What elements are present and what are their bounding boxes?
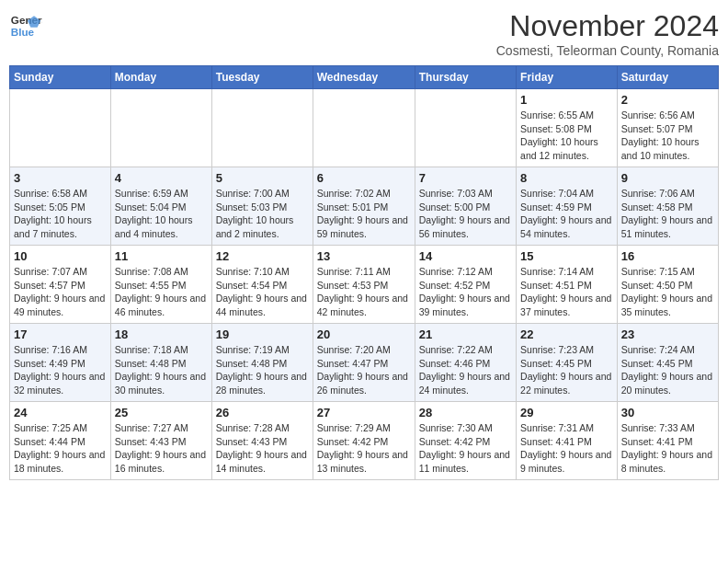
day-number: 6 [317, 171, 411, 185]
calendar-cell: 4Sunrise: 6:59 AM Sunset: 5:04 PM Daylig… [110, 167, 211, 246]
calendar-cell: 6Sunrise: 7:02 AM Sunset: 5:01 PM Daylig… [313, 167, 415, 246]
day-info: Sunrise: 7:28 AM Sunset: 4:43 PM Dayligh… [216, 421, 309, 476]
day-number: 2 [621, 93, 714, 107]
day-number: 5 [216, 171, 309, 185]
logo-icon: General Blue [9, 9, 42, 42]
day-info: Sunrise: 7:22 AM Sunset: 4:46 PM Dayligh… [419, 343, 512, 397]
day-info: Sunrise: 7:08 AM Sunset: 4:55 PM Dayligh… [115, 265, 208, 319]
day-number: 9 [621, 171, 714, 185]
calendar-cell [313, 89, 415, 167]
day-number: 26 [216, 406, 309, 419]
calendar-cell [10, 89, 111, 167]
calendar-cell: 13Sunrise: 7:11 AM Sunset: 4:53 PM Dayli… [313, 246, 415, 324]
calendar-cell [211, 89, 313, 167]
day-number: 22 [520, 327, 613, 341]
weekday-header-sunday: Sunday [10, 66, 111, 89]
day-number: 7 [419, 171, 512, 185]
day-number: 10 [14, 249, 107, 263]
day-number: 1 [520, 93, 613, 107]
day-info: Sunrise: 7:27 AM Sunset: 4:43 PM Dayligh… [115, 421, 208, 476]
calendar-table: SundayMondayTuesdayWednesdayThursdayFrid… [9, 65, 719, 480]
day-number: 28 [419, 406, 512, 419]
weekday-header-wednesday: Wednesday [313, 66, 415, 89]
calendar-cell: 3Sunrise: 6:58 AM Sunset: 5:05 PM Daylig… [10, 167, 111, 246]
day-number: 27 [317, 406, 411, 419]
calendar-cell: 11Sunrise: 7:08 AM Sunset: 4:55 PM Dayli… [110, 246, 211, 324]
day-info: Sunrise: 7:14 AM Sunset: 4:51 PM Dayligh… [520, 265, 613, 319]
day-info: Sunrise: 7:25 AM Sunset: 4:44 PM Dayligh… [14, 421, 107, 476]
day-number: 16 [621, 249, 714, 263]
day-number: 4 [115, 171, 208, 185]
day-info: Sunrise: 7:23 AM Sunset: 4:45 PM Dayligh… [520, 343, 613, 397]
calendar-cell: 30Sunrise: 7:33 AM Sunset: 4:41 PM Dayli… [617, 402, 718, 480]
day-info: Sunrise: 7:00 AM Sunset: 5:03 PM Dayligh… [216, 187, 309, 241]
location-subtitle: Cosmesti, Teleorman County, Romania [496, 43, 719, 58]
calendar-cell: 29Sunrise: 7:31 AM Sunset: 4:41 PM Dayli… [517, 402, 618, 480]
calendar-cell: 14Sunrise: 7:12 AM Sunset: 4:52 PM Dayli… [415, 246, 516, 324]
title-area: November 2024 Cosmesti, Teleorman County… [496, 9, 719, 58]
day-info: Sunrise: 7:15 AM Sunset: 4:50 PM Dayligh… [621, 265, 714, 319]
weekday-header-thursday: Thursday [415, 66, 516, 89]
day-number: 18 [115, 327, 208, 341]
day-info: Sunrise: 7:16 AM Sunset: 4:49 PM Dayligh… [14, 343, 107, 397]
day-info: Sunrise: 7:31 AM Sunset: 4:41 PM Dayligh… [520, 421, 613, 476]
day-info: Sunrise: 6:55 AM Sunset: 5:08 PM Dayligh… [520, 109, 613, 163]
day-info: Sunrise: 7:29 AM Sunset: 4:42 PM Dayligh… [317, 421, 411, 476]
day-number: 23 [621, 327, 714, 341]
calendar-week-row: 3Sunrise: 6:58 AM Sunset: 5:05 PM Daylig… [10, 167, 719, 246]
day-number: 21 [419, 327, 512, 341]
day-info: Sunrise: 7:03 AM Sunset: 5:00 PM Dayligh… [419, 187, 512, 241]
calendar-cell: 20Sunrise: 7:20 AM Sunset: 4:47 PM Dayli… [313, 324, 415, 402]
calendar-cell: 9Sunrise: 7:06 AM Sunset: 4:58 PM Daylig… [617, 167, 718, 246]
calendar-cell: 24Sunrise: 7:25 AM Sunset: 4:44 PM Dayli… [10, 402, 111, 480]
day-info: Sunrise: 7:11 AM Sunset: 4:53 PM Dayligh… [317, 265, 411, 319]
day-info: Sunrise: 7:10 AM Sunset: 4:54 PM Dayligh… [216, 265, 309, 319]
day-info: Sunrise: 7:12 AM Sunset: 4:52 PM Dayligh… [419, 265, 512, 319]
calendar-cell: 28Sunrise: 7:30 AM Sunset: 4:42 PM Dayli… [415, 402, 516, 480]
day-info: Sunrise: 7:33 AM Sunset: 4:41 PM Dayligh… [621, 421, 714, 476]
calendar-cell: 1Sunrise: 6:55 AM Sunset: 5:08 PM Daylig… [517, 89, 618, 167]
calendar-cell: 18Sunrise: 7:18 AM Sunset: 4:48 PM Dayli… [110, 324, 211, 402]
calendar-cell: 5Sunrise: 7:00 AM Sunset: 5:03 PM Daylig… [211, 167, 313, 246]
calendar-week-row: 10Sunrise: 7:07 AM Sunset: 4:57 PM Dayli… [10, 246, 719, 324]
calendar-cell: 27Sunrise: 7:29 AM Sunset: 4:42 PM Dayli… [313, 402, 415, 480]
day-number: 25 [115, 406, 208, 419]
logo: General Blue [9, 9, 42, 42]
day-info: Sunrise: 6:58 AM Sunset: 5:05 PM Dayligh… [14, 187, 107, 241]
day-info: Sunrise: 6:56 AM Sunset: 5:07 PM Dayligh… [621, 109, 714, 163]
weekday-header-tuesday: Tuesday [211, 66, 313, 89]
calendar-cell: 22Sunrise: 7:23 AM Sunset: 4:45 PM Dayli… [517, 324, 618, 402]
day-number: 3 [14, 171, 107, 185]
day-number: 15 [520, 249, 613, 263]
calendar-cell: 19Sunrise: 7:19 AM Sunset: 4:48 PM Dayli… [211, 324, 313, 402]
day-info: Sunrise: 7:02 AM Sunset: 5:01 PM Dayligh… [317, 187, 411, 241]
calendar-week-row: 24Sunrise: 7:25 AM Sunset: 4:44 PM Dayli… [10, 402, 719, 480]
day-number: 29 [520, 406, 613, 419]
day-info: Sunrise: 7:24 AM Sunset: 4:45 PM Dayligh… [621, 343, 714, 397]
weekday-header-friday: Friday [517, 66, 618, 89]
day-info: Sunrise: 7:18 AM Sunset: 4:48 PM Dayligh… [115, 343, 208, 397]
day-number: 30 [621, 406, 714, 419]
day-number: 8 [520, 171, 613, 185]
calendar-cell: 15Sunrise: 7:14 AM Sunset: 4:51 PM Dayli… [517, 246, 618, 324]
calendar-cell: 10Sunrise: 7:07 AM Sunset: 4:57 PM Dayli… [10, 246, 111, 324]
month-title: November 2024 [496, 9, 719, 43]
day-number: 11 [115, 249, 208, 263]
page-header: General Blue November 2024 Cosmesti, Tel… [9, 9, 719, 58]
weekday-header-monday: Monday [110, 66, 211, 89]
day-info: Sunrise: 7:20 AM Sunset: 4:47 PM Dayligh… [317, 343, 411, 397]
day-number: 20 [317, 327, 411, 341]
day-info: Sunrise: 7:07 AM Sunset: 4:57 PM Dayligh… [14, 265, 107, 319]
day-number: 14 [419, 249, 512, 263]
day-number: 19 [216, 327, 309, 341]
day-info: Sunrise: 6:59 AM Sunset: 5:04 PM Dayligh… [115, 187, 208, 241]
calendar-cell [110, 89, 211, 167]
calendar-header-row: SundayMondayTuesdayWednesdayThursdayFrid… [10, 66, 719, 89]
calendar-cell: 2Sunrise: 6:56 AM Sunset: 5:07 PM Daylig… [617, 89, 718, 167]
day-number: 17 [14, 327, 107, 341]
calendar-cell: 12Sunrise: 7:10 AM Sunset: 4:54 PM Dayli… [211, 246, 313, 324]
day-number: 13 [317, 249, 411, 263]
calendar-cell: 26Sunrise: 7:28 AM Sunset: 4:43 PM Dayli… [211, 402, 313, 480]
calendar-cell: 25Sunrise: 7:27 AM Sunset: 4:43 PM Dayli… [110, 402, 211, 480]
day-info: Sunrise: 7:04 AM Sunset: 4:59 PM Dayligh… [520, 187, 613, 241]
